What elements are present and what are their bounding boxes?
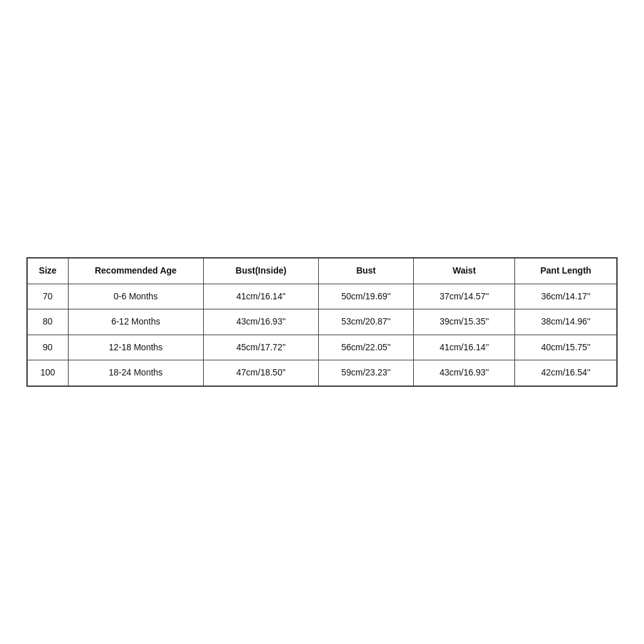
table-row: 9012-18 Months45cm/17.72''56cm/22.05''41… bbox=[28, 335, 617, 360]
cell-recommended_age: 0-6 Months bbox=[68, 284, 203, 309]
cell-waist: 37cm/14.57'' bbox=[413, 284, 515, 309]
cell-recommended_age: 18-24 Months bbox=[68, 360, 203, 386]
header-pant-length: Pant Length bbox=[515, 258, 617, 284]
cell-bust: 50cm/19.69'' bbox=[319, 284, 414, 309]
cell-recommended_age: 6-12 Months bbox=[68, 309, 203, 335]
table-row: 700-6 Months41cm/16.14''50cm/19.69''37cm… bbox=[28, 284, 617, 309]
cell-recommended_age: 12-18 Months bbox=[68, 335, 203, 360]
cell-pant_length: 36cm/14.17'' bbox=[515, 284, 617, 309]
cell-size: 80 bbox=[28, 309, 69, 335]
table-row: 806-12 Months43cm/16.93''53cm/20.87''39c… bbox=[28, 309, 617, 335]
cell-bust_inside: 45cm/17.72'' bbox=[204, 335, 319, 360]
cell-size: 70 bbox=[28, 284, 69, 309]
cell-pant_length: 40cm/15.75'' bbox=[515, 335, 617, 360]
cell-size: 90 bbox=[28, 335, 69, 360]
cell-bust_inside: 41cm/16.14'' bbox=[204, 284, 319, 309]
header-bust: Bust bbox=[319, 258, 414, 284]
cell-bust_inside: 43cm/16.93'' bbox=[204, 309, 319, 335]
cell-pant_length: 42cm/16.54'' bbox=[515, 360, 617, 386]
cell-bust_inside: 47cm/18.50'' bbox=[204, 360, 319, 386]
cell-bust: 59cm/23.23'' bbox=[319, 360, 414, 386]
cell-waist: 39cm/15.35'' bbox=[413, 309, 515, 335]
cell-pant_length: 38cm/14.96'' bbox=[515, 309, 617, 335]
table-header-row: Size Recommended Age Bust(Inside) Bust W… bbox=[28, 258, 617, 284]
cell-bust: 53cm/20.87'' bbox=[319, 309, 414, 335]
header-recommended-age: Recommended Age bbox=[68, 258, 203, 284]
header-bust-inside: Bust(Inside) bbox=[204, 258, 319, 284]
size-chart-container: Size Recommended Age Bust(Inside) Bust W… bbox=[26, 257, 618, 387]
cell-waist: 43cm/16.93'' bbox=[413, 360, 515, 386]
cell-waist: 41cm/16.14'' bbox=[413, 335, 515, 360]
cell-bust: 56cm/22.05'' bbox=[319, 335, 414, 360]
header-size: Size bbox=[28, 258, 69, 284]
header-waist: Waist bbox=[413, 258, 515, 284]
cell-size: 100 bbox=[28, 360, 69, 386]
size-chart-table: Size Recommended Age Bust(Inside) Bust W… bbox=[27, 258, 617, 386]
table-row: 10018-24 Months47cm/18.50''59cm/23.23''4… bbox=[28, 360, 617, 386]
